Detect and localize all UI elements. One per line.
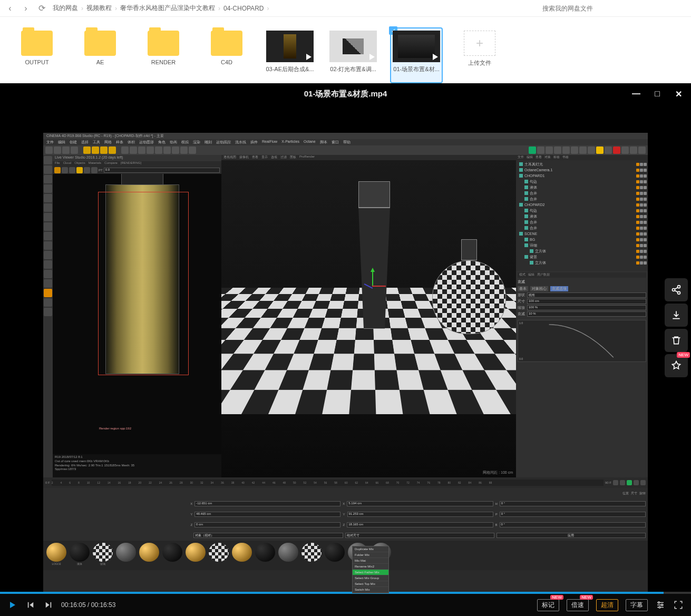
coord-y[interactable]: 48.465 cm (194, 512, 340, 517)
folder-item[interactable]: AE (74, 27, 126, 83)
rot-h[interactable]: 0 ° (500, 501, 646, 506)
tab[interactable]: 对象 (544, 155, 551, 160)
menu-item[interactable]: 透视视图 (223, 155, 236, 160)
toolbar-button[interactable] (189, 146, 196, 154)
menu-item[interactable]: 窗口 (332, 140, 339, 145)
context-menu-item[interactable]: Mix Mat (353, 558, 388, 564)
next-icon[interactable] (43, 600, 54, 610)
menu-item[interactable]: Materials (89, 161, 101, 167)
fullscreen-icon[interactable] (673, 600, 684, 610)
context-menu-item[interactable]: Select Mix Group (353, 575, 388, 581)
play-button[interactable] (627, 480, 632, 485)
mark-button[interactable]: 标记NEW (537, 599, 559, 611)
toolbar-button[interactable] (621, 146, 629, 154)
maximize-icon[interactable]: □ (653, 89, 661, 99)
menu-item[interactable]: File (55, 161, 60, 167)
material-item[interactable] (138, 543, 160, 568)
nav-forward-icon[interactable]: › (21, 4, 31, 13)
folder-item[interactable]: C4D (200, 27, 253, 83)
lv-button[interactable] (62, 167, 68, 173)
tree-row[interactable]: 勾边 (517, 179, 647, 184)
menu-item[interactable]: 网格 (104, 140, 112, 145)
prev-icon[interactable] (25, 600, 36, 610)
menu-item[interactable]: 脚本 (320, 140, 327, 145)
attr-subtab[interactable]: 基本 (518, 286, 528, 291)
falloff-curve[interactable]: 1.0 0.0 (518, 320, 646, 362)
lv-button[interactable] (54, 167, 61, 173)
toolbar-button[interactable] (121, 146, 129, 154)
menu-item[interactable]: Objects (74, 161, 85, 167)
toolbar-button[interactable] (571, 146, 578, 154)
playback-button[interactable] (613, 480, 618, 485)
context-menu-item[interactable]: Select Top Mix (353, 581, 388, 587)
menu-item[interactable]: Compare (104, 161, 118, 167)
material-item[interactable] (324, 543, 346, 568)
lock-icon[interactable] (76, 167, 83, 173)
toolbar-button[interactable] (562, 146, 570, 154)
menu-item[interactable]: 查看 (252, 155, 258, 160)
toolbar-button[interactable] (172, 146, 179, 154)
attr-field[interactable]: 100 % (527, 305, 646, 310)
menu-item[interactable]: 运动图形 (139, 140, 154, 145)
toolbar-button[interactable] (638, 146, 646, 154)
material-item[interactable] (208, 543, 230, 568)
viewport-3d[interactable]: 透视视图摄像机查看显示选项过滤面板ProRender 网格间距 : 100 cm (221, 155, 516, 477)
toolbar-button[interactable] (147, 146, 154, 154)
context-menu-item[interactable]: Select Father Mix (353, 570, 388, 575)
attr-field[interactable]: 线性 (527, 292, 646, 298)
attr-subtab[interactable]: 对象核心 (530, 286, 548, 291)
toolbar-button[interactable] (163, 146, 171, 154)
menu-item[interactable]: 摄像机 (239, 155, 249, 160)
tree-row[interactable]: 合并 (517, 225, 647, 231)
timeline-ruler[interactable]: 2468101214161820222426283032343638404244… (52, 480, 604, 486)
menu-item[interactable]: Octane (304, 140, 316, 145)
context-menu-item[interactable]: Rename Mix2 (353, 564, 388, 570)
attr-field[interactable]: 10 % (527, 311, 646, 317)
material-item[interactable] (300, 543, 323, 568)
size-y[interactable]: 91.253 cm (347, 512, 493, 517)
toolbar-button[interactable] (537, 146, 544, 154)
speed-button[interactable]: 倍速NEW (567, 599, 589, 611)
menu-item[interactable]: [RENDERING] (121, 161, 141, 167)
playback-button[interactable] (620, 480, 625, 485)
size-z[interactable]: 18.165 cm (347, 522, 493, 527)
tool-button[interactable] (44, 165, 52, 174)
material-item[interactable] (277, 543, 299, 568)
search-input[interactable] (538, 2, 686, 15)
delete-icon[interactable] (665, 329, 688, 352)
material-item[interactable] (115, 543, 137, 568)
tool-button[interactable] (44, 251, 52, 259)
menu-item[interactable]: 模拟 (181, 140, 189, 145)
toolbar-button[interactable] (54, 146, 61, 154)
menu-item[interactable]: 过滤 (280, 155, 287, 160)
toolbar-button[interactable] (155, 146, 162, 154)
tool-button[interactable] (44, 222, 52, 231)
nav-back-icon[interactable]: ‹ (5, 4, 15, 13)
tool-button[interactable] (44, 213, 52, 221)
close-icon[interactable]: ✕ (674, 89, 683, 99)
toolbar-button[interactable] (83, 146, 91, 154)
breadcrumb-item[interactable]: 我的网盘 (53, 4, 78, 13)
pin-icon[interactable]: NEW (665, 354, 688, 377)
toolbar-button[interactable] (109, 146, 116, 154)
menu-item[interactable]: 显示 (261, 155, 268, 160)
axis-gizmo[interactable] (359, 271, 386, 297)
toolbar-button[interactable] (130, 146, 137, 154)
toolbar-button[interactable] (546, 146, 553, 154)
menu-item[interactable]: 体积 (128, 140, 135, 145)
object-tree[interactable]: 土耳其灯光OctaneCamera.1CHOPARD1勾边液体合并合并CHOPA… (516, 160, 648, 271)
menu-item[interactable]: 帮助 (343, 140, 351, 145)
tab[interactable]: 编辑 (528, 272, 534, 278)
tool-button[interactable] (44, 184, 52, 193)
tree-row[interactable]: 合并 (517, 190, 647, 196)
toolbar-button[interactable] (529, 146, 536, 154)
video-item[interactable]: 02-灯光布置&调... (327, 27, 379, 83)
tree-row[interactable]: 勾边 (517, 208, 647, 213)
nav-refresh-icon[interactable]: ⟳ (37, 4, 46, 13)
menu-item[interactable]: 运动跟踪 (216, 140, 231, 145)
tool-button[interactable] (44, 260, 52, 269)
tree-row[interactable]: OctaneCamera.1 (517, 167, 647, 173)
material-item[interactable]: 玻璃 (92, 543, 114, 568)
menu-item[interactable]: 面板 (290, 155, 296, 160)
menu-item[interactable]: 样条 (116, 140, 123, 145)
